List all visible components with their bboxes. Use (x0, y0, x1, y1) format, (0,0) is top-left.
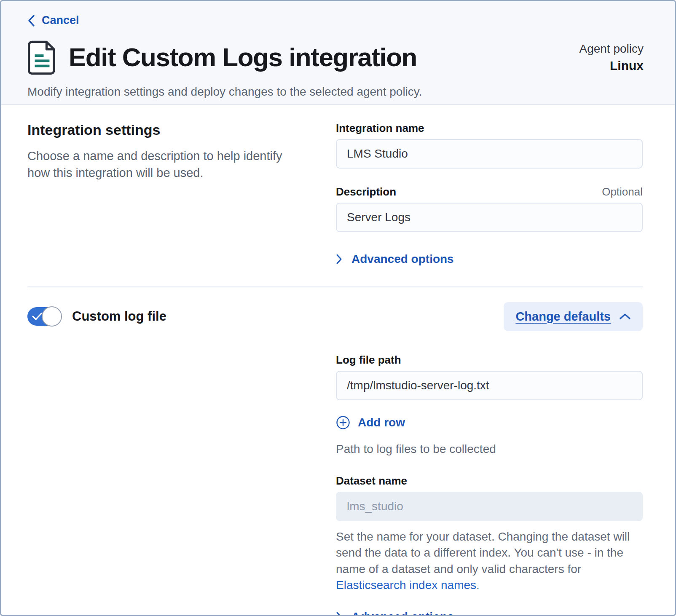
dataset-help-text: Set the name for your dataset. Changing … (336, 530, 630, 576)
description-field: Description Optional (336, 185, 643, 232)
integration-settings-section: Integration settings Choose a name and d… (27, 122, 643, 266)
elasticsearch-index-names-link[interactable]: Elasticsearch index names (336, 579, 476, 592)
custom-log-file-toggle[interactable] (27, 307, 60, 326)
description-input[interactable] (336, 203, 643, 232)
advanced-options-toggle-settings[interactable]: Advanced options (336, 252, 454, 266)
advanced-options-label: Advanced options (351, 610, 454, 616)
page-subtitle: Modify integration settings and deploy c… (27, 85, 644, 99)
change-defaults-label: Change defaults (515, 310, 611, 324)
log-file-path-input[interactable] (336, 371, 643, 400)
change-defaults-button[interactable]: Change defaults (504, 302, 643, 331)
dataset-name-input (336, 492, 643, 521)
chevron-up-icon (619, 313, 631, 320)
integration-name-input[interactable] (336, 139, 643, 169)
description-label: Description (336, 185, 396, 198)
log-file-path-help: Path to log files to be collected (336, 442, 643, 456)
log-file-path-field: Log file path (336, 354, 643, 400)
integration-name-label: Integration name (336, 122, 424, 135)
agent-policy-value: Linux (579, 57, 644, 75)
custom-log-file-header: Custom log file Change defaults (27, 302, 643, 331)
chevron-right-icon (336, 254, 342, 265)
optional-badge: Optional (602, 185, 643, 198)
custom-log-file-form: Log file path Add row Path to log files … (336, 354, 643, 616)
log-file-path-label: Log file path (336, 354, 401, 367)
integration-settings-heading: Integration settings (27, 122, 306, 138)
page-title: Edit Custom Logs integration (69, 43, 417, 72)
agent-policy-label: Agent policy (579, 41, 644, 56)
toggle-knob (42, 306, 62, 327)
dataset-name-label: Dataset name (336, 474, 407, 487)
agent-policy-block: Agent policy Linux (579, 40, 644, 74)
advanced-options-label: Advanced options (351, 252, 454, 266)
custom-log-file-label: Custom log file (72, 309, 166, 324)
cancel-link[interactable]: Cancel (27, 14, 79, 27)
advanced-options-toggle-log-file[interactable]: Advanced options (336, 610, 454, 616)
dataset-name-field: Dataset name (336, 474, 643, 521)
page-header: Cancel Edit Custom Logs integration Agen… (1, 1, 675, 105)
plus-in-circle-icon (336, 415, 350, 430)
cancel-label: Cancel (42, 14, 79, 27)
add-row-label: Add row (358, 416, 405, 429)
dataset-name-help: Set the name for your dataset. Changing … (336, 529, 643, 593)
add-row-button[interactable]: Add row (336, 415, 405, 430)
edit-integration-page: Cancel Edit Custom Logs integration Agen… (0, 0, 676, 616)
integration-name-field: Integration name (336, 122, 643, 169)
integration-settings-description: Choose a name and description to help id… (27, 147, 297, 181)
dataset-help-period: . (476, 579, 480, 592)
main-content: Integration settings Choose a name and d… (1, 105, 675, 616)
section-divider (27, 287, 643, 287)
chevron-left-icon (27, 14, 35, 27)
chevron-right-icon (336, 611, 342, 616)
log-file-icon (27, 40, 57, 75)
check-icon (32, 312, 43, 323)
